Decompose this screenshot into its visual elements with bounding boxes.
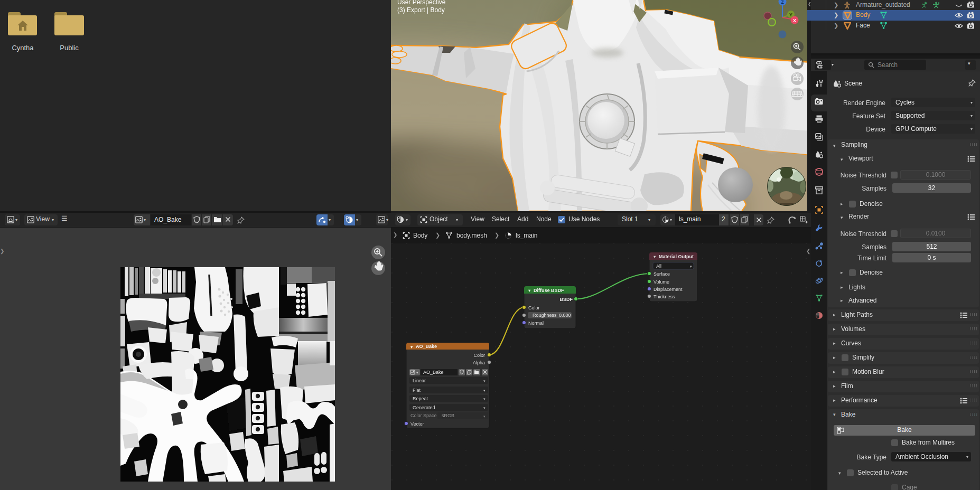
svg-text:Volume: Volume bbox=[654, 279, 669, 285]
svg-text:▾: ▾ bbox=[483, 414, 486, 418]
svg-text:Normal: Normal bbox=[528, 321, 544, 326]
svg-text:Surface: Surface bbox=[654, 271, 670, 277]
svg-text:Z: Z bbox=[781, 0, 784, 5]
svg-text:▾: ▾ bbox=[528, 288, 531, 293]
svg-text:Generated: Generated bbox=[413, 405, 435, 410]
svg-text:▾: ▾ bbox=[410, 344, 413, 350]
svg-text:Vector: Vector bbox=[410, 421, 424, 427]
svg-text:▾: ▾ bbox=[690, 265, 692, 268]
svg-text:Color Space: Color Space bbox=[410, 413, 437, 418]
svg-text:Material Output: Material Output bbox=[659, 254, 694, 259]
svg-text:Alpha: Alpha bbox=[473, 360, 485, 365]
svg-text:AO_Bake: AO_Bake bbox=[416, 344, 437, 349]
svg-text:X: X bbox=[793, 18, 796, 23]
svg-text:Roughness: Roughness bbox=[533, 313, 557, 318]
svg-text:Color: Color bbox=[528, 305, 540, 310]
svg-text:0.000: 0.000 bbox=[559, 313, 571, 318]
svg-text:Displacement: Displacement bbox=[654, 287, 683, 292]
svg-text:Thickness: Thickness bbox=[654, 294, 675, 299]
svg-text:Repeat: Repeat bbox=[413, 396, 428, 401]
svg-text:Linear: Linear bbox=[413, 378, 426, 383]
svg-text:▾: ▾ bbox=[483, 389, 486, 392]
svg-text:All: All bbox=[656, 263, 661, 269]
svg-text:Flat: Flat bbox=[413, 388, 421, 393]
svg-text:User Perspective: User Perspective bbox=[397, 0, 446, 6]
svg-text:▾: ▾ bbox=[483, 397, 486, 401]
svg-text:Y: Y bbox=[789, 12, 792, 17]
svg-text:▾: ▾ bbox=[654, 254, 656, 259]
svg-text:▾: ▾ bbox=[416, 371, 418, 374]
svg-text:Diffuse BSDF: Diffuse BSDF bbox=[534, 288, 564, 293]
svg-text:BSDF: BSDF bbox=[560, 297, 573, 302]
svg-text:(3) Export | Body: (3) Export | Body bbox=[397, 6, 445, 14]
svg-text:Color: Color bbox=[473, 353, 485, 358]
svg-text:sRGB: sRGB bbox=[442, 413, 454, 418]
svg-text:▾: ▾ bbox=[483, 379, 486, 383]
svg-text:AO_Bake: AO_Bake bbox=[423, 370, 444, 375]
svg-text:▾: ▾ bbox=[483, 406, 486, 410]
